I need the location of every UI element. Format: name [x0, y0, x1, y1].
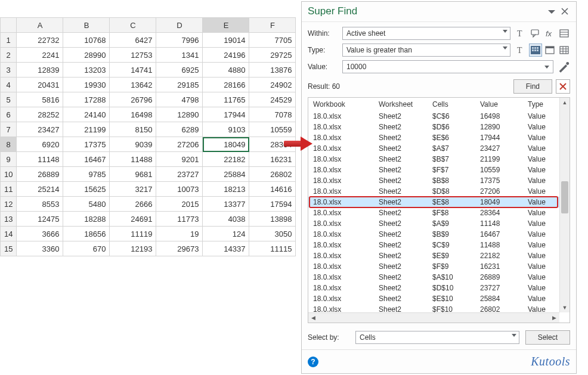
cell[interactable]: 24529: [249, 92, 296, 107]
cell[interactable]: 3360: [17, 241, 63, 256]
cell[interactable]: 18656: [63, 227, 110, 241]
cell[interactable]: 13898: [249, 212, 296, 227]
row-header[interactable]: 2: [1, 48, 17, 63]
column-header-D[interactable]: D: [156, 18, 203, 33]
row-header[interactable]: 11: [1, 182, 17, 197]
cell[interactable]: 24902: [249, 78, 296, 92]
type-number-icon[interactable]: [530, 44, 541, 56]
cell[interactable]: 6925: [156, 63, 203, 78]
row-header[interactable]: 13: [1, 212, 17, 227]
cell[interactable]: 22732: [17, 33, 63, 48]
scroll-down-icon[interactable]: ▼: [560, 302, 570, 312]
cell[interactable]: 23427: [17, 122, 63, 137]
cell[interactable]: 5816: [17, 92, 63, 107]
find-hyperlink-scope-icon[interactable]: [558, 27, 570, 39]
find-comment-scope-icon[interactable]: [530, 27, 541, 39]
cell[interactable]: 7705: [249, 33, 296, 48]
cell[interactable]: 11488: [110, 152, 156, 167]
col-workbook[interactable]: Workbook: [308, 98, 374, 111]
cell[interactable]: 17944: [203, 107, 249, 122]
cell[interactable]: 14741: [110, 63, 156, 78]
cell[interactable]: 25214: [17, 182, 63, 197]
cell[interactable]: 12475: [17, 212, 63, 227]
cell[interactable]: 21199: [63, 122, 110, 137]
cell[interactable]: 26802: [249, 167, 296, 182]
cell[interactable]: 18288: [63, 212, 110, 227]
find-text-scope-icon[interactable]: T: [515, 27, 527, 39]
selectby-dropdown[interactable]: Cells: [355, 331, 519, 344]
cell[interactable]: 11119: [110, 227, 156, 241]
cell[interactable]: 13377: [203, 197, 249, 212]
cell[interactable]: 9103: [203, 122, 249, 137]
clear-results-button[interactable]: [556, 79, 570, 94]
result-row[interactable]: 18.0.xlsxSheet2$C$616498Value: [308, 111, 570, 122]
cell[interactable]: 8150: [110, 122, 156, 137]
cell[interactable]: 9201: [156, 152, 203, 167]
value-input[interactable]: 10000: [342, 60, 553, 73]
cell[interactable]: 7996: [156, 33, 203, 48]
cell[interactable]: 28166: [203, 78, 249, 92]
cell[interactable]: 29673: [156, 241, 203, 256]
cell[interactable]: 16231: [249, 152, 296, 167]
cell[interactable]: 12753: [110, 48, 156, 63]
result-row[interactable]: 18.0.xlsxSheet2$D$827206Value: [308, 186, 570, 197]
column-header-C[interactable]: C: [110, 18, 156, 33]
cell[interactable]: 6920: [17, 137, 63, 152]
cell[interactable]: 3050: [249, 227, 296, 241]
cell[interactable]: 13876: [249, 63, 296, 78]
find-formula-scope-icon[interactable]: fx: [544, 27, 556, 39]
cell[interactable]: 19014: [203, 33, 249, 48]
row-header[interactable]: 9: [1, 152, 17, 167]
scroll-right-icon[interactable]: ▶: [549, 313, 559, 323]
result-row[interactable]: 18.0.xlsxSheet2$A$723427Value: [308, 143, 570, 154]
results-horizontal-scrollbar[interactable]: ◀ ▶: [308, 312, 559, 323]
cell[interactable]: 7078: [249, 107, 296, 122]
cell[interactable]: 11115: [249, 241, 296, 256]
cell[interactable]: 13203: [63, 63, 110, 78]
cell[interactable]: 23727: [156, 167, 203, 182]
cell[interactable]: 9681: [110, 167, 156, 182]
cell[interactable]: 2666: [110, 197, 156, 212]
row-header[interactable]: 4: [1, 78, 17, 92]
row-header[interactable]: 6: [1, 107, 17, 122]
cell[interactable]: 8553: [17, 197, 63, 212]
cell[interactable]: 1341: [156, 48, 203, 63]
cell[interactable]: 20431: [17, 78, 63, 92]
cell[interactable]: 124: [203, 227, 249, 241]
cell[interactable]: 4798: [156, 92, 203, 107]
results-vertical-scrollbar[interactable]: ▲ ▼: [559, 98, 570, 312]
result-row[interactable]: 18.0.xlsxSheet2$E$922182Value: [308, 250, 570, 261]
cell[interactable]: 12890: [156, 107, 203, 122]
cell[interactable]: 5480: [63, 197, 110, 212]
column-header-E[interactable]: E: [203, 18, 249, 33]
cell[interactable]: 9039: [110, 137, 156, 152]
cell[interactable]: 10073: [156, 182, 203, 197]
cell[interactable]: 24691: [110, 212, 156, 227]
cell[interactable]: 24196: [203, 48, 249, 63]
row-header[interactable]: 3: [1, 63, 17, 78]
result-row[interactable]: 18.0.xlsxSheet2$E$818049Value: [308, 197, 570, 207]
result-row[interactable]: 18.0.xlsxSheet2$F$710559Value: [308, 165, 570, 175]
cell[interactable]: 670: [63, 241, 110, 256]
cell[interactable]: 17288: [63, 92, 110, 107]
help-icon[interactable]: ?: [308, 357, 318, 367]
cell[interactable]: 25884: [203, 167, 249, 182]
cell[interactable]: 9785: [63, 167, 110, 182]
column-header-F[interactable]: F: [249, 18, 296, 33]
cell[interactable]: 22182: [203, 152, 249, 167]
col-worksheet[interactable]: Worksheet: [374, 98, 428, 111]
result-row[interactable]: 18.0.xlsxSheet2$B$721199Value: [308, 154, 570, 165]
type-format-icon[interactable]: [558, 44, 570, 56]
column-header-A[interactable]: A: [17, 18, 63, 33]
cell[interactable]: 10768: [63, 33, 110, 48]
result-row[interactable]: 18.0.xlsxSheet2$D$612890Value: [308, 122, 570, 132]
cell[interactable]: 3666: [17, 227, 63, 241]
cell[interactable]: 26796: [110, 92, 156, 107]
cell[interactable]: 6289: [156, 122, 203, 137]
type-text-icon[interactable]: T: [515, 44, 527, 56]
cell[interactable]: 17594: [249, 197, 296, 212]
row-header[interactable]: 7: [1, 122, 17, 137]
cell[interactable]: 28252: [17, 107, 63, 122]
scroll-up-icon[interactable]: ▲: [560, 98, 570, 108]
select-all-corner[interactable]: [1, 18, 17, 33]
